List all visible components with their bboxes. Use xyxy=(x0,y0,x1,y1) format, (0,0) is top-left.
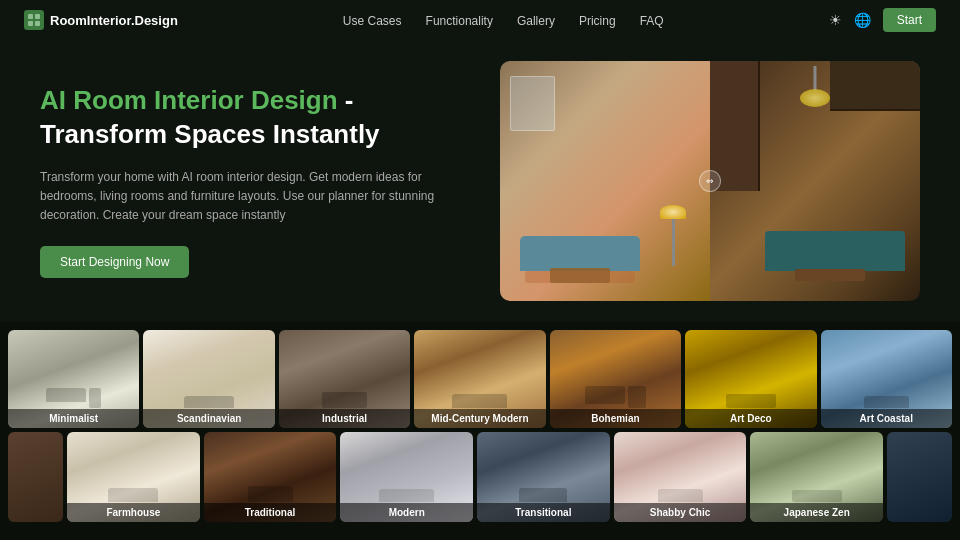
hero-section: AI Room Interior Design - Transform Spac… xyxy=(0,40,960,322)
card-furniture xyxy=(685,394,816,408)
gallery-card-industrial[interactable]: Industrial xyxy=(279,330,410,428)
gallery-card-transitional[interactable]: Transitional xyxy=(477,432,610,522)
card-furniture xyxy=(821,396,952,408)
card-label-traditional: Traditional xyxy=(204,503,337,522)
start-designing-button[interactable]: Start Designing Now xyxy=(40,246,189,278)
couch xyxy=(765,231,905,271)
cabinet-upper xyxy=(830,61,920,111)
window-decoration xyxy=(510,76,555,131)
card-label-farmhouse: Farmhouse xyxy=(67,503,200,522)
card-furniture xyxy=(143,396,274,408)
card-label-transitional: Transitional xyxy=(477,503,610,522)
pendant-shade xyxy=(800,89,830,107)
card-label-artcoastal: Art Coastal xyxy=(821,409,952,428)
card-label-scandinavian: Scandinavian xyxy=(143,409,274,428)
nav-gallery[interactable]: Gallery xyxy=(517,11,555,29)
svg-rect-3 xyxy=(35,21,40,26)
image-split-handle[interactable]: ⇔ xyxy=(699,170,721,192)
card-furniture xyxy=(614,489,747,502)
globe-icon: 🌐 xyxy=(854,12,871,28)
hero-description: Transform your home with AI room interio… xyxy=(40,168,460,226)
card-label-japanesezen: Japanese Zen xyxy=(750,503,883,522)
theme-toggle-button[interactable]: ☀ xyxy=(829,12,842,28)
svg-rect-1 xyxy=(35,14,40,19)
card-furniture xyxy=(550,386,681,408)
card-furniture xyxy=(67,488,200,502)
language-button[interactable]: 🌐 xyxy=(854,12,871,28)
cabinet-left xyxy=(710,61,760,191)
card-label-industrial: Industrial xyxy=(279,409,410,428)
card-label-minimalist: Minimalist xyxy=(8,409,139,428)
hero-title-separator: - xyxy=(338,85,354,115)
card-label-bohemian: Bohemian xyxy=(550,409,681,428)
gallery-card-bohemian[interactable]: Bohemian xyxy=(550,330,681,428)
start-button[interactable]: Start xyxy=(883,8,936,32)
gallery-card-partial-left xyxy=(8,432,63,522)
card-furniture xyxy=(477,488,610,502)
card-furniture xyxy=(750,490,883,502)
pendant-pole xyxy=(814,66,817,91)
card-furniture xyxy=(8,388,139,408)
nav-functionality[interactable]: Functionality xyxy=(426,11,493,29)
card-label-shabbychic: Shabby Chic xyxy=(614,503,747,522)
svg-rect-0 xyxy=(28,14,33,19)
rug-decoration xyxy=(525,271,635,283)
lamp-pole xyxy=(672,216,675,266)
hero-title-white: Transform Spaces Instantly xyxy=(40,119,380,149)
gallery-card-midcentury[interactable]: Mid-Century Modern xyxy=(414,330,545,428)
gallery-card-artcoastal[interactable]: Art Coastal xyxy=(821,330,952,428)
card-label-midcentury: Mid-Century Modern xyxy=(414,409,545,428)
gallery-card-artdeco[interactable]: Art Deco xyxy=(685,330,816,428)
sun-icon: ☀ xyxy=(829,12,842,28)
card-furniture xyxy=(279,392,410,408)
gallery-row-1: Minimalist Scandinavian Industrial Mid-C… xyxy=(0,330,960,428)
sofa-decoration xyxy=(520,236,640,271)
hero-title: AI Room Interior Design - Transform Spac… xyxy=(40,84,460,152)
logo-text: RoomInterior.Design xyxy=(50,13,178,28)
hero-image-before xyxy=(500,61,710,301)
gallery-card-traditional[interactable]: Traditional xyxy=(204,432,337,522)
nav-pricing[interactable]: Pricing xyxy=(579,11,616,29)
hero-text: AI Room Interior Design - Transform Spac… xyxy=(40,84,460,277)
lamp-shade xyxy=(660,205,686,219)
navbar: RoomInterior.Design Use Cases Functional… xyxy=(0,0,960,40)
gallery-card-scandinavian[interactable]: Scandinavian xyxy=(143,330,274,428)
nav-actions: ☀ 🌐 Start xyxy=(829,8,936,32)
logo[interactable]: RoomInterior.Design xyxy=(24,10,178,30)
card-label-modern: Modern xyxy=(340,503,473,522)
gallery-card-partial-right xyxy=(887,432,952,522)
nav-faq[interactable]: FAQ xyxy=(640,11,664,29)
hero-image: ⇔ xyxy=(500,61,920,301)
gallery-card-minimalist[interactable]: Minimalist xyxy=(8,330,139,428)
gallery-row-2: Farmhouse Traditional Modern Transitiona… xyxy=(0,432,960,522)
nav-use-cases[interactable]: Use Cases xyxy=(343,11,402,29)
card-furniture xyxy=(414,394,545,408)
coffee-table xyxy=(795,269,865,281)
gallery-card-shabbychic[interactable]: Shabby Chic xyxy=(614,432,747,522)
gallery-card-modern[interactable]: Modern xyxy=(340,432,473,522)
gallery-card-farmhouse[interactable]: Farmhouse xyxy=(67,432,200,522)
nav-links: Use Cases Functionality Gallery Pricing … xyxy=(343,11,664,29)
card-furniture xyxy=(204,486,337,502)
card-furniture xyxy=(340,489,473,502)
logo-icon xyxy=(24,10,44,30)
hero-image-after xyxy=(710,61,920,301)
card-label-artdeco: Art Deco xyxy=(685,409,816,428)
hero-title-green: AI Room Interior Design xyxy=(40,85,338,115)
gallery-card-japanesezen[interactable]: Japanese Zen xyxy=(750,432,883,522)
gallery-section: Minimalist Scandinavian Industrial Mid-C… xyxy=(0,322,960,522)
svg-rect-2 xyxy=(28,21,33,26)
